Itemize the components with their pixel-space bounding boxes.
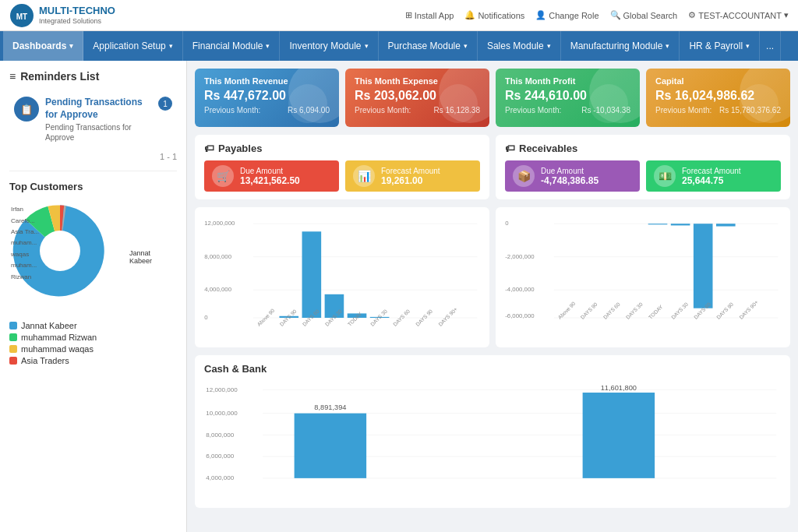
svg-text:DAYS 90: DAYS 90 [715,301,734,320]
receivables-chart-svg: 0 -2,000,000 -4,000,000 -6,000,000 [503,215,782,337]
cashbank-title: Cash & Bank [204,363,781,375]
legend-color-asia [9,357,17,365]
payables-forecast-card[interactable]: 📊 Forecast Amount 19,261.00 [345,160,480,192]
rec-forecast-label: Forecast Amount [682,167,741,175]
receivables-due-card[interactable]: 📦 Due Amount -4,748,386.85 [505,160,640,192]
nav-purchase-module[interactable]: Purchase Module ▾ [379,31,478,61]
svg-text:12,000,000: 12,000,000 [206,386,238,393]
chevron-down-icon: ▾ [547,42,551,50]
svg-text:DAYS 30: DAYS 30 [625,301,644,320]
legend-item-rizwan: muhammad Rizwan [9,333,177,342]
svg-text:-6,000,000: -6,000,000 [505,312,535,319]
account-icon: ⚙ [688,10,696,20]
forecast-value: 19,261.00 [381,175,440,186]
rec-due-value: -4,748,386.85 [541,175,598,186]
pie-label-jannat: JannatKabeer [129,249,152,265]
pr-row: 🏷 Payables 🛒 Due Amount 13,421,562.50 📊 [195,135,790,199]
reminders-title: Reminders List [20,70,99,83]
card-bg2 [589,84,628,123]
svg-rect-13 [302,231,322,318]
pie-labels-left: IrfanCarefo...Asia Tra...muham...waqasmu… [11,204,39,283]
svg-text:8,000,000: 8,000,000 [206,431,234,438]
svg-text:12,000,000: 12,000,000 [204,220,235,227]
svg-rect-68 [583,393,655,478]
logo-sub: Integrated Solutions [39,17,115,25]
svg-text:MT: MT [16,12,27,21]
account-btn[interactable]: ⚙ TEST-ACCOUNTANT ▾ [688,10,789,20]
card-bg2 [288,84,327,123]
chevron-down-icon: ▾ [464,42,468,50]
svg-rect-41 [648,224,668,224]
cashbank-chart-svg: 12,000,000 10,000,000 8,000,000 6,000,00… [204,381,781,498]
main-layout: ≡ Reminders List 📋 Pending Transactions … [0,61,798,532]
chevron-down-icon: ▾ [365,42,369,50]
nav-application-setup[interactable]: Application Setup ▾ [83,31,182,61]
stat-card-revenue[interactable]: This Month Revenue Rs 447,672.00 Previou… [195,69,339,127]
chevron-down-icon: ▾ [746,42,750,50]
legend-color-waqas [9,345,17,353]
nav-hr-payroll[interactable]: HR & Payroll ▾ [680,31,760,61]
logo-icon: MT [9,3,34,28]
svg-text:11,601,800: 11,601,800 [601,383,637,391]
logo-name: MULTI-TECHNO [39,5,115,16]
reminder-count: 1 [158,97,172,111]
due-icon: 🛒 [212,165,234,187]
reminder-subtitle: Pending Transactions for Approve [45,122,152,143]
nav-more[interactable]: ... [760,31,781,61]
svg-text:DAYS 60: DAYS 60 [602,301,621,320]
svg-rect-43 [694,224,713,308]
svg-rect-42 [671,224,690,225]
legend-item-waqas: muhammad waqas [9,344,177,354]
card-bg2 [439,84,478,123]
reminder-title: Pending Transactions for Approve [45,97,152,121]
reminders-header: ≡ Reminders List [9,70,177,83]
chevron-down-icon: ▾ [169,42,173,50]
notifications-btn[interactable]: 🔔 Notifications [464,10,524,20]
rec-forecast-icon: 💵 [654,165,676,187]
svg-text:-4,000,000: -4,000,000 [505,286,535,293]
nav-financial-module[interactable]: Financial Module ▾ [183,31,281,61]
global-search-btn[interactable]: 🔍 Global Search [610,10,678,20]
sidebar: ≡ Reminders List 📋 Pending Transactions … [0,61,187,532]
navbar: Dashboards ▾ Application Setup ▾ Financi… [0,31,798,61]
topbar-actions: ⊞ Install App 🔔 Notifications 👤 Change R… [405,10,789,20]
payables-due-card[interactable]: 🛒 Due Amount 13,421,562.50 [204,160,339,192]
legend-color-jannat [9,322,17,329]
user-circle-icon: 👤 [535,10,546,20]
legend-color-rizwan [9,333,17,341]
stat-card-profit[interactable]: This Month Profit Rs 244,610.00 Previous… [496,69,640,127]
due-label: Due Amount [240,167,300,175]
nav-sales-module[interactable]: Sales Module ▾ [478,31,561,61]
chevron-down-icon: ▾ [69,42,73,50]
logo: MT MULTI-TECHNO Integrated Solutions [9,3,115,28]
stat-card-capital[interactable]: Capital Rs 16,024,986.62 Previous Month:… [646,69,790,127]
svg-rect-44 [716,224,736,226]
svg-rect-65 [295,413,367,477]
reminder-item[interactable]: 📋 Pending Transactions for Approve Pendi… [9,90,177,149]
payables-section: 🏷 Payables 🛒 Due Amount 13,421,562.50 📊 [195,135,489,199]
topbar: MT MULTI-TECHNO Integrated Solutions ⊞ I… [0,0,798,31]
svg-text:DAYS 90+: DAYS 90+ [738,299,759,320]
nav-dashboards[interactable]: Dashboards ▾ [3,31,83,61]
svg-text:DAYS 90: DAYS 90 [580,301,598,320]
svg-text:DAYS 90+: DAYS 90+ [437,306,458,327]
nav-manufacturing-module[interactable]: Manufacturing Module ▾ [561,31,680,61]
svg-point-2 [40,231,80,271]
reminder-icon: 📋 [14,97,39,122]
receivables-forecast-card[interactable]: 💵 Forecast Amount 25,644.75 [646,160,781,192]
payables-chart-box: 12,000,000 8,000,000 4,000,000 0 [195,207,489,347]
install-app-btn[interactable]: ⊞ Install App [405,10,454,20]
rec-forecast-value: 25,644.75 [682,175,741,186]
change-role-btn[interactable]: 👤 Change Role [535,10,598,20]
forecast-icon: 📊 [353,165,375,187]
svg-text:-2,000,000: -2,000,000 [505,253,535,260]
reminder-text: Pending Transactions for Approve Pending… [45,97,152,143]
pie-chart-section: JannatKabeer IrfanCarefo...Asia Tra...mu… [9,200,177,313]
top-customers-title: Top Customers [9,181,177,192]
svg-text:0: 0 [505,220,509,227]
chevron-down-icon: ▾ [266,42,270,50]
nav-inventory-module[interactable]: Inventory Module ▾ [280,31,378,61]
svg-text:TODAY: TODAY [347,311,363,327]
bell-icon: 🔔 [464,10,475,20]
stat-card-expense[interactable]: This Month Expense Rs 203,062.00 Previou… [345,69,489,127]
